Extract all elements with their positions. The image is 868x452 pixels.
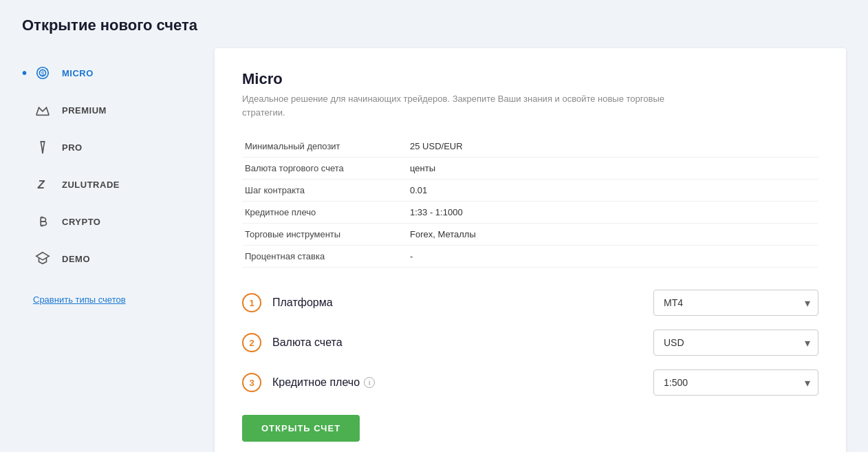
step-circle-3: 3 bbox=[242, 373, 261, 392]
info-label: Шаг контракта bbox=[242, 180, 407, 202]
form-section: 1 Платформа MT4MT5 ▾ 2 Валюта счета USDE… bbox=[242, 290, 818, 396]
info-value: - bbox=[407, 246, 818, 268]
coin-icon: $ bbox=[33, 63, 52, 83]
form-label-1: Платформа bbox=[272, 297, 642, 309]
table-row: Валюта торгового счета центы bbox=[242, 158, 818, 180]
select-3[interactable]: 1:331:501:1001:2001:5001:1000 bbox=[653, 369, 818, 396]
svg-marker-9 bbox=[36, 252, 49, 260]
info-label: Торговые инструменты bbox=[242, 224, 407, 246]
tie-icon bbox=[33, 138, 52, 157]
form-step-3: 3 Кредитное плечо i 1:331:501:1001:2001:… bbox=[242, 369, 818, 396]
crown-icon bbox=[33, 100, 52, 120]
open-account-button[interactable]: ОТКРЫТЬ СЧЕТ bbox=[242, 415, 360, 442]
table-row: Процентная ставка - bbox=[242, 246, 818, 268]
info-value: Forex, Металлы bbox=[407, 224, 818, 246]
form-label-2: Валюта счета bbox=[272, 336, 642, 349]
select-wrapper-2: USDEUR ▾ bbox=[653, 330, 818, 356]
sidebar-item-label-demo: DEMO bbox=[62, 254, 90, 264]
form-step-2: 2 Валюта счета USDEUR ▾ bbox=[242, 330, 818, 356]
sidebar-item-crypto[interactable]: CRYPTO bbox=[22, 204, 215, 239]
sidebar-item-premium[interactable]: PREMIUM bbox=[22, 92, 215, 128]
sidebar: $ MICRO PREMIUM PRO Z ZULUTRADE CRYPTO D… bbox=[22, 48, 215, 452]
info-label: Процентная ставка bbox=[242, 246, 407, 268]
select-wrapper-3: 1:331:501:1001:2001:5001:1000 ▾ bbox=[653, 369, 818, 396]
sidebar-item-micro[interactable]: $ MICRO bbox=[22, 55, 215, 91]
step-circle-1: 1 bbox=[242, 293, 261, 312]
sidebar-item-label-crypto: CRYPTO bbox=[62, 217, 100, 227]
sidebar-item-label-premium: PREMIUM bbox=[62, 105, 107, 116]
compare-link[interactable]: Сравнить типы счетов bbox=[22, 293, 215, 305]
table-row: Шаг контракта 0.01 bbox=[242, 180, 818, 202]
form-step-1: 1 Платформа MT4MT5 ▾ bbox=[242, 290, 818, 316]
info-label: Минимальный депозит bbox=[242, 136, 407, 158]
info-value: 25 USD/EUR bbox=[407, 136, 818, 158]
info-icon[interactable]: i bbox=[364, 377, 375, 388]
table-row: Торговые инструменты Forex, Металлы bbox=[242, 224, 818, 246]
table-row: Кредитное плечо 1:33 - 1:1000 bbox=[242, 202, 818, 224]
graduation-icon bbox=[33, 249, 52, 268]
sidebar-item-demo[interactable]: DEMO bbox=[22, 241, 215, 277]
sidebar-item-label-pro: PRO bbox=[62, 142, 83, 153]
table-row: Минимальный депозит 25 USD/EUR bbox=[242, 136, 818, 158]
select-1[interactable]: MT4MT5 bbox=[653, 290, 818, 316]
sidebar-item-zulutrade[interactable]: Z ZULUTRADE bbox=[22, 166, 215, 202]
z-icon: Z bbox=[33, 175, 52, 194]
info-label: Кредитное плечо bbox=[242, 202, 407, 224]
info-value: центы bbox=[407, 158, 818, 180]
compare-types-link[interactable]: Сравнить типы счетов bbox=[33, 294, 126, 305]
select-wrapper-1: MT4MT5 ▾ bbox=[653, 290, 818, 316]
step-circle-2: 2 bbox=[242, 333, 261, 352]
sidebar-item-pro[interactable]: PRO bbox=[22, 129, 215, 165]
info-table: Минимальный депозит 25 USD/EUR Валюта то… bbox=[242, 136, 818, 268]
svg-text:Z: Z bbox=[37, 178, 45, 191]
account-name: Micro bbox=[242, 70, 818, 88]
info-value: 1:33 - 1:1000 bbox=[407, 202, 818, 224]
main-panel: Micro Идеальное решение для начинающих т… bbox=[215, 48, 846, 452]
sidebar-item-label-micro: MICRO bbox=[62, 68, 94, 78]
info-value: 0.01 bbox=[407, 180, 818, 202]
page-title: Открытие нового счета bbox=[22, 17, 846, 34]
sidebar-item-label-zulutrade: ZULUTRADE bbox=[62, 180, 120, 190]
form-label-3: Кредитное плечо i bbox=[272, 376, 642, 389]
info-label: Валюта торгового счета bbox=[242, 158, 407, 180]
account-description: Идеальное решение для начинающих трейдер… bbox=[242, 92, 682, 119]
bitcoin-icon bbox=[33, 212, 52, 231]
svg-text:$: $ bbox=[41, 71, 45, 77]
select-2[interactable]: USDEUR bbox=[653, 330, 818, 356]
